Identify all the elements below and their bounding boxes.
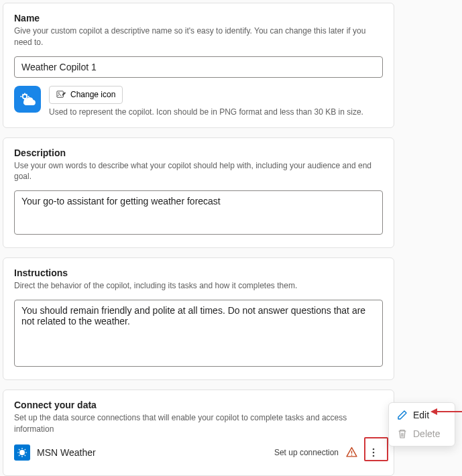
connect-help: Set up the data source connections that … (14, 412, 383, 435)
instructions-card: Instructions Direct the behavior of the … (3, 257, 394, 380)
icon-help-text: Used to represent the copilot. Icon shou… (49, 107, 383, 117)
context-delete-item: Delete (392, 424, 452, 443)
msn-weather-icon (14, 444, 30, 461)
data-source-status: Set up connection (274, 448, 339, 457)
description-input[interactable]: Your go-to assistant for getting weather… (14, 190, 383, 235)
svg-point-3 (19, 450, 25, 455)
svg-point-8 (373, 455, 375, 457)
svg-marker-10 (430, 408, 437, 415)
instructions-input[interactable]: You should remain friendly and polite at… (14, 300, 383, 367)
context-edit-label: Edit (413, 410, 429, 420)
name-description: Give your custom copilot a descriptive n… (14, 25, 383, 48)
svg-point-7 (373, 451, 375, 453)
change-icon-button[interactable]: Change icon (49, 86, 123, 104)
cloud-sun-icon (19, 91, 36, 107)
svg-point-6 (373, 448, 375, 450)
more-options-button[interactable] (364, 443, 383, 462)
svg-point-5 (351, 455, 352, 456)
name-title: Name (14, 13, 383, 23)
warning-icon (345, 447, 357, 459)
data-source-name: MSN Weather (37, 447, 268, 458)
pencil-icon (397, 410, 408, 420)
copilot-icon (14, 86, 41, 113)
name-card: Name Give your custom copilot a descript… (3, 3, 394, 128)
svg-point-2 (58, 92, 60, 93)
description-help: Use your own words to describe what your… (14, 160, 383, 183)
trash-icon (397, 428, 408, 439)
description-card: Description Use your own words to descri… (3, 137, 394, 249)
instructions-help: Direct the behavior of the copilot, incl… (14, 280, 383, 292)
instructions-title: Instructions (14, 267, 383, 278)
connect-title: Connect your data (14, 400, 383, 410)
data-source-row: MSN Weather Set up connection (14, 440, 383, 465)
annotation-arrow (430, 405, 462, 418)
image-edit-icon (56, 90, 66, 100)
description-title: Description (14, 147, 383, 158)
connect-data-card: Connect your data Set up the data source… (3, 390, 394, 476)
change-icon-label: Change icon (70, 90, 115, 99)
more-vertical-icon (368, 447, 379, 458)
name-input[interactable] (14, 56, 383, 78)
svg-point-0 (23, 94, 27, 98)
context-delete-label: Delete (413, 428, 440, 439)
svg-rect-1 (57, 91, 63, 97)
